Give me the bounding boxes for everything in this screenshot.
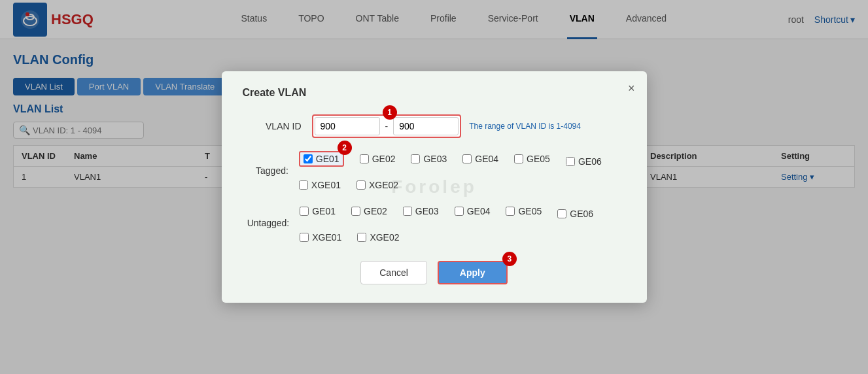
cancel-button[interactable]: Cancel (360, 261, 427, 284)
untagged-xge02-item: XGE02 (357, 232, 399, 243)
untagged-checkbox-group: GE01 GE02 GE03 GE04 (300, 203, 625, 243)
vlan-id-row: VLAN ID - The range of VLAN ID is 1-4094… (243, 114, 626, 138)
untagged-ge01-item: GE01 (300, 203, 336, 219)
tagged-ge04-checkbox[interactable] (462, 154, 472, 163)
tagged-label: Tagged: (243, 165, 288, 176)
untagged-ge02-checkbox[interactable] (351, 207, 360, 216)
untagged-ge01-checkbox[interactable] (300, 207, 309, 216)
untagged-row: Untagged: GE01 GE02 GE03 (243, 203, 626, 243)
tagged-ge06-checkbox[interactable] (566, 157, 575, 166)
untagged-ge03-label: GE03 (415, 206, 439, 216)
untagged-xge01-item: XGE01 (300, 232, 341, 243)
tagged-ge03-label: GE03 (423, 154, 447, 164)
untagged-ge06-item: GE06 (557, 209, 593, 219)
untagged-ge02-label: GE02 (364, 206, 387, 216)
dash-separator: - (385, 121, 389, 131)
tagged-ge05-item: GE05 (514, 151, 550, 167)
tagged-ge06-label: GE06 (578, 156, 602, 167)
untagged-ge06-label: GE06 (570, 209, 593, 219)
untagged-ge04-checkbox[interactable] (455, 207, 464, 216)
annotation-bubble-1: 1 (383, 105, 397, 120)
annotation-bubble-3: 3 (502, 252, 517, 266)
tagged-ge03-item: GE03 (411, 151, 447, 167)
untagged-ge05-item: GE05 (506, 203, 542, 219)
tagged-ge02-item: GE02 (360, 151, 396, 167)
tagged-xge02-checkbox[interactable] (356, 180, 366, 190)
apply-button-wrap: Apply 3 (438, 261, 508, 284)
untagged-xge02-checkbox[interactable] (357, 233, 366, 242)
modal-close-button[interactable]: × (628, 82, 635, 95)
tagged-ge02-checkbox[interactable] (360, 154, 369, 163)
tagged-checkbox-group: GE01 2 GE02 GE03 GE04 (299, 151, 626, 190)
tagged-ge05-label: GE05 (527, 154, 550, 164)
tagged-ge03-checkbox[interactable] (411, 154, 420, 163)
vlan-range-hint: The range of VLAN ID is 1-4094 (469, 122, 581, 131)
apply-button[interactable]: Apply (438, 261, 508, 284)
untagged-ge05-checkbox[interactable] (506, 207, 515, 216)
untagged-ge06-checkbox[interactable] (557, 209, 566, 218)
tagged-ge01-item: GE01 2 (299, 151, 344, 167)
tagged-ge04-item: GE04 (462, 151, 498, 167)
tagged-ge01-checkbox[interactable] (304, 154, 313, 163)
vlan-id-to-input[interactable] (393, 117, 459, 135)
untagged-label: Untagged: (243, 218, 290, 228)
vlan-id-from-input[interactable] (315, 117, 380, 135)
untagged-xge02-label: XGE02 (370, 232, 399, 243)
untagged-ge03-checkbox[interactable] (403, 207, 412, 216)
modal-footer: Cancel Apply 3 (243, 261, 626, 284)
modal-title: Create VLAN (243, 87, 626, 99)
untagged-xge01-checkbox[interactable] (300, 233, 309, 242)
tagged-ge04-label: GE04 (475, 154, 498, 164)
untagged-ge04-item: GE04 (455, 203, 491, 219)
untagged-xge01-label: XGE01 (312, 232, 341, 243)
tagged-xge02-label: XGE02 (369, 180, 398, 190)
untagged-ge05-label: GE05 (518, 206, 542, 216)
tagged-row: Tagged: GE01 2 GE02 GE03 (243, 151, 626, 190)
create-vlan-modal: Create VLAN × VLAN ID - The range of VLA… (222, 71, 647, 303)
annotation-bubble-2: 2 (338, 141, 352, 155)
tagged-ge06-item: GE06 (566, 156, 602, 167)
vlan-id-label: VLAN ID (243, 121, 302, 131)
modal-overlay: Create VLAN × VLAN ID - The range of VLA… (0, 0, 868, 374)
tagged-ge02-label: GE02 (372, 154, 396, 164)
tagged-ge01-label: GE01 (316, 154, 339, 164)
tagged-xge01-label: XGE01 (311, 180, 341, 190)
untagged-ge01-label: GE01 (312, 206, 336, 216)
tagged-xge01-checkbox[interactable] (299, 180, 308, 190)
untagged-ge02-item: GE02 (351, 203, 387, 219)
untagged-ge03-item: GE03 (403, 203, 439, 219)
tagged-xge01-item: XGE01 (299, 180, 341, 190)
tagged-ge05-checkbox[interactable] (514, 154, 523, 163)
page-content: VLAN Config VLAN List Port VLAN VLAN Tra… (0, 39, 868, 374)
untagged-ge04-label: GE04 (467, 206, 491, 216)
tagged-xge02-item: XGE02 (356, 180, 398, 190)
